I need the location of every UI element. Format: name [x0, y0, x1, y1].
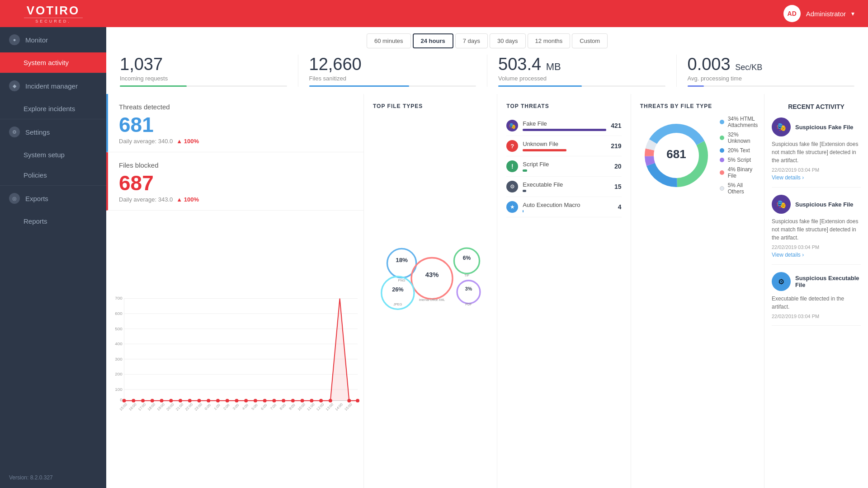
activity-item: 🎭 Suspicious Fake File Suspicious fake f…: [772, 117, 861, 188]
svg-text:11:00: 11:00: [306, 402, 316, 412]
svg-point-31: [254, 399, 257, 403]
svg-point-33: [272, 399, 276, 403]
svg-text:14:00: 14:00: [335, 402, 344, 412]
threats-detected-card: Threats detected 681 Daily average: 340.…: [106, 94, 363, 152]
incident-icon: ◆: [9, 80, 20, 91]
svg-point-37: [310, 399, 313, 403]
view-details-link-2[interactable]: View details ›: [772, 252, 861, 258]
svg-text:0: 0: [120, 397, 123, 402]
svg-text:2:00: 2:00: [222, 403, 231, 411]
exports-icon: ◎: [9, 193, 20, 204]
svg-text:3:00: 3:00: [232, 403, 240, 411]
time-filter-12months[interactable]: 12 months: [528, 33, 571, 48]
svg-text:4:00: 4:00: [241, 403, 250, 411]
svg-text:12:00: 12:00: [316, 402, 325, 412]
sidebar-item-settings[interactable]: ⚙ Settings: [0, 119, 106, 145]
settings-icon: ⚙: [9, 127, 20, 137]
user-name: Administrator: [806, 10, 846, 18]
svg-point-38: [319, 399, 323, 403]
svg-point-20: [151, 399, 154, 403]
sidebar: ● Monitor System activity ◆ Incident man…: [0, 27, 106, 488]
threats-by-file-type-panel: THREATS BY FILE TYPE: [631, 94, 764, 488]
svg-point-28: [226, 399, 229, 403]
sidebar-item-reports[interactable]: Reports: [0, 211, 106, 231]
svg-text:8:00: 8:00: [279, 403, 287, 411]
svg-point-32: [263, 399, 267, 403]
svg-point-36: [301, 399, 304, 403]
time-filter-24h[interactable]: 24 hours: [413, 33, 453, 48]
svg-text:700: 700: [115, 296, 123, 300]
svg-text:7:00: 7:00: [269, 403, 278, 411]
time-filter-custom[interactable]: Custom: [572, 33, 608, 48]
svg-text:22:00: 22:00: [184, 402, 194, 412]
user-menu[interactable]: AD Administrator ▾: [783, 5, 868, 22]
stat-incoming: 1,037 Incoming requests: [120, 55, 298, 87]
svg-text:400: 400: [115, 341, 123, 346]
svg-text:600: 600: [115, 311, 123, 316]
sidebar-item-system-setup[interactable]: System setup: [0, 145, 106, 165]
svg-text:200: 200: [115, 371, 123, 376]
user-avatar: AD: [783, 5, 801, 22]
activity-item: ⚙ Suspicious Executable File Executable …: [772, 272, 861, 326]
recent-activity-panel: RECENT ACTIVITY 🎭 Suspicious Fake File S…: [764, 94, 868, 488]
svg-text:18:00: 18:00: [147, 402, 156, 412]
sidebar-item-policies[interactable]: Policies: [0, 165, 106, 185]
svg-text:43%: 43%: [425, 271, 439, 278]
svg-text:JPEG: JPEG: [393, 302, 402, 306]
svg-point-35: [291, 399, 295, 403]
sidebar-item-system-activity[interactable]: System activity: [0, 52, 106, 73]
monitor-icon: ●: [9, 34, 20, 45]
activity-item: 🎭 Suspicious Fake File Suspicious fake f…: [772, 195, 861, 265]
svg-text:26%: 26%: [392, 286, 403, 293]
svg-text:1:00: 1:00: [213, 403, 222, 411]
svg-point-27: [216, 399, 220, 403]
svg-text:15:00: 15:00: [344, 402, 353, 412]
svg-point-26: [207, 399, 210, 403]
svg-text:0:00: 0:00: [204, 403, 212, 411]
svg-text:Internal Office XML: Internal Office XML: [419, 298, 445, 301]
version-label: Version: 8.2.0.327: [0, 467, 106, 488]
svg-text:681: 681: [666, 147, 686, 161]
top-threats-panel: TOP THREATS 🎭 Fake File 421 ?: [497, 94, 631, 488]
svg-text:500: 500: [115, 326, 123, 331]
logo: VOTIRO SECURED.: [0, 0, 106, 27]
svg-point-79: [457, 280, 480, 303]
svg-text:6%: 6%: [463, 254, 471, 261]
svg-point-21: [160, 399, 164, 403]
svg-text:21:00: 21:00: [175, 402, 184, 412]
svg-text:100: 100: [115, 387, 123, 392]
stat-sanitized: 12,660 Files sanitized: [298, 55, 488, 87]
svg-point-23: [179, 399, 182, 403]
svg-text:19:00: 19:00: [156, 402, 166, 412]
svg-point-22: [169, 399, 173, 403]
svg-text:5:00: 5:00: [251, 403, 259, 411]
view-details-link-1[interactable]: View details ›: [772, 174, 861, 181]
svg-point-25: [198, 399, 201, 403]
svg-text:3%: 3%: [465, 286, 472, 291]
time-filter-60min[interactable]: 60 minutes: [367, 33, 411, 48]
sidebar-item-exports[interactable]: ◎ Exports: [0, 186, 106, 211]
svg-text:6:00: 6:00: [260, 403, 268, 411]
stat-volume: 503.4 MB Volume processed: [487, 55, 677, 87]
svg-text:PDF: PDF: [465, 302, 472, 306]
svg-point-34: [282, 399, 285, 403]
svg-text:18%: 18%: [396, 256, 408, 263]
svg-point-40: [347, 399, 351, 403]
svg-text:13:00: 13:00: [325, 402, 335, 412]
sidebar-item-explore-incidents[interactable]: Explore incidents: [0, 99, 106, 119]
svg-point-24: [188, 399, 192, 403]
svg-text:300: 300: [115, 357, 123, 361]
svg-point-17: [123, 399, 126, 403]
sidebar-item-monitor[interactable]: ● Monitor: [0, 27, 106, 52]
sidebar-item-incident-manager[interactable]: ◆ Incident manager: [0, 73, 106, 99]
time-filter-7days[interactable]: 7 days: [455, 33, 488, 48]
svg-point-39: [329, 399, 332, 403]
activity-chart: 700 600 500 400 300 200 100 0: [106, 211, 363, 488]
svg-point-29: [235, 399, 239, 403]
svg-text:10:00: 10:00: [297, 402, 307, 412]
svg-point-18: [132, 399, 135, 403]
time-filter-30days[interactable]: 30 days: [490, 33, 526, 48]
svg-point-30: [244, 399, 248, 403]
top-file-types-panel: TOP FILE TYPES 18% PNG 43% Internal Offi: [364, 94, 497, 488]
svg-text:PNG: PNG: [398, 278, 406, 282]
